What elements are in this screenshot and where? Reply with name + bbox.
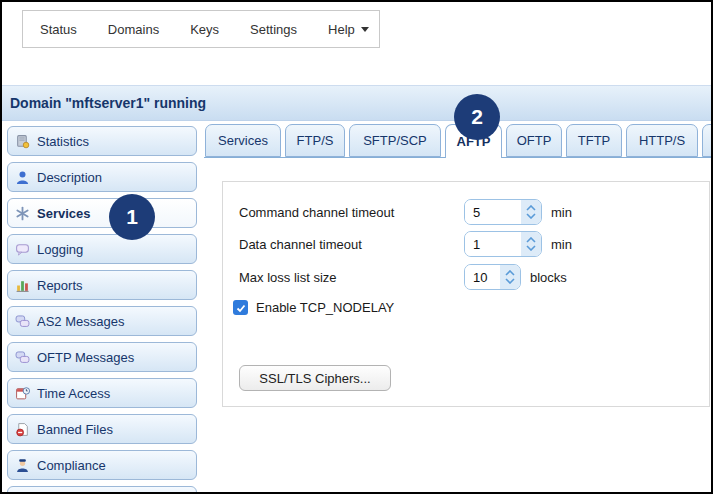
time-access-icon bbox=[15, 386, 30, 401]
tab-label: HTTP/S bbox=[639, 133, 685, 148]
command-timeout-label: Command channel timeout bbox=[239, 205, 464, 220]
chevron-down-icon[interactable] bbox=[526, 213, 536, 219]
annotation-step-1-badge: 1 bbox=[109, 194, 155, 240]
tab-label: FTP/S bbox=[297, 133, 334, 148]
ssl-tls-ciphers-button[interactable]: SSL/TLS Ciphers... bbox=[239, 365, 391, 391]
tab-tftp[interactable]: TFTP bbox=[566, 124, 622, 157]
menu-item-domains[interactable]: Domains bbox=[108, 22, 159, 37]
compliance-icon bbox=[15, 458, 30, 473]
tab-label: OFTP bbox=[517, 133, 552, 148]
sidebar-item-label: AS2 Messages bbox=[37, 314, 124, 329]
chevron-down-icon[interactable] bbox=[505, 278, 515, 284]
sidebar-item-label: Reports bbox=[37, 278, 83, 293]
chevron-up-icon[interactable] bbox=[526, 205, 536, 211]
services-icon bbox=[15, 206, 30, 221]
tab-ftps[interactable]: FTP/S bbox=[285, 124, 345, 157]
sidebar-item-label: Banned Files bbox=[37, 422, 113, 437]
spinner-buttons[interactable] bbox=[521, 232, 541, 256]
tab-label: Services bbox=[218, 133, 268, 148]
data-timeout-unit: min bbox=[551, 237, 572, 252]
form-row-max-loss: Max loss list size blocks bbox=[239, 264, 567, 290]
aftp-settings-fieldset: Command channel timeout min Data channel… bbox=[222, 181, 710, 407]
tab-services[interactable]: Services bbox=[205, 124, 281, 157]
sidebar-item-banned-files[interactable]: Banned Files bbox=[7, 414, 197, 444]
check-icon bbox=[236, 303, 246, 313]
messages-icon bbox=[15, 350, 30, 365]
app-window: Status Domains Keys Settings Help Domain… bbox=[0, 0, 713, 494]
data-timeout-spinner bbox=[464, 231, 542, 257]
sidebar-item-time-access[interactable]: Time Access bbox=[7, 378, 197, 408]
max-loss-spinner bbox=[464, 264, 521, 290]
spinner-buttons[interactable] bbox=[521, 200, 541, 224]
banned-files-icon bbox=[15, 422, 30, 437]
tab-oftp[interactable]: OFTP bbox=[506, 124, 562, 157]
sidebar-item-label: Statistics bbox=[37, 134, 89, 149]
sidebar-item-oftp-messages[interactable]: OFTP Messages bbox=[7, 342, 197, 372]
sidebar-item-services[interactable]: Services bbox=[7, 198, 197, 228]
aftp-settings-panel: Command channel timeout min Data channel… bbox=[204, 157, 711, 492]
description-icon bbox=[15, 170, 30, 185]
data-timeout-label: Data channel timeout bbox=[239, 237, 464, 252]
reports-icon bbox=[15, 278, 30, 293]
sidebar-item-label: Services bbox=[37, 206, 91, 221]
domain-status-bar: Domain "mftserver1" running bbox=[2, 85, 711, 121]
chevron-up-icon[interactable] bbox=[505, 270, 515, 276]
menubar: Status Domains Keys Settings Help bbox=[22, 10, 380, 48]
sidebar: Statistics Description Services Logging … bbox=[7, 126, 197, 494]
sidebar-item-description[interactable]: Description bbox=[7, 162, 197, 192]
caret-down-icon bbox=[361, 27, 369, 32]
sidebar-item-statistics[interactable]: Statistics bbox=[7, 126, 197, 156]
sidebar-item-label: Description bbox=[37, 170, 102, 185]
logging-icon bbox=[15, 242, 30, 257]
form-row-command-timeout: Command channel timeout min bbox=[239, 199, 572, 225]
chevron-down-icon[interactable] bbox=[526, 245, 536, 251]
statistics-icon bbox=[15, 134, 30, 149]
data-timeout-input[interactable] bbox=[465, 232, 521, 256]
command-timeout-unit: min bbox=[551, 205, 572, 220]
sidebar-item-label: Compliance bbox=[37, 458, 106, 473]
sidebar-item-logging[interactable]: Logging bbox=[7, 234, 197, 264]
command-timeout-input[interactable] bbox=[465, 200, 521, 224]
sidebar-item-label: Logging bbox=[37, 242, 83, 257]
tab-https[interactable]: HTTP/S bbox=[626, 124, 698, 157]
messages-icon bbox=[15, 314, 30, 329]
tcp-nodelay-row: Enable TCP_NODELAY bbox=[233, 300, 394, 315]
menu-item-keys[interactable]: Keys bbox=[190, 22, 219, 37]
max-loss-input[interactable] bbox=[465, 265, 500, 289]
tab-sftp-scp[interactable]: SFTP/SCP bbox=[349, 124, 441, 157]
chevron-up-icon[interactable] bbox=[526, 237, 536, 243]
tab-label: TFTP bbox=[578, 133, 611, 148]
domain-status-text: Domain "mftserver1" running bbox=[10, 95, 206, 111]
sidebar-item-partial[interactable] bbox=[7, 486, 197, 494]
max-loss-unit: blocks bbox=[530, 270, 567, 285]
sidebar-item-as2-messages[interactable]: AS2 Messages bbox=[7, 306, 197, 336]
sidebar-item-label: Time Access bbox=[37, 386, 110, 401]
annotation-step-2-badge: 2 bbox=[454, 94, 500, 140]
menu-item-settings[interactable]: Settings bbox=[250, 22, 297, 37]
tab-partial[interactable] bbox=[702, 124, 713, 157]
menu-item-help-label: Help bbox=[328, 22, 355, 37]
sidebar-item-reports[interactable]: Reports bbox=[7, 270, 197, 300]
spinner-buttons[interactable] bbox=[500, 265, 520, 289]
tcp-nodelay-checkbox[interactable] bbox=[233, 300, 248, 315]
tab-label: SFTP/SCP bbox=[363, 133, 427, 148]
form-row-data-timeout: Data channel timeout min bbox=[239, 231, 572, 257]
tcp-nodelay-label: Enable TCP_NODELAY bbox=[256, 300, 394, 315]
menu-item-help[interactable]: Help bbox=[328, 22, 369, 37]
command-timeout-spinner bbox=[464, 199, 542, 225]
sidebar-item-compliance[interactable]: Compliance bbox=[7, 450, 197, 480]
menu-item-status[interactable]: Status bbox=[40, 22, 77, 37]
sidebar-item-label: OFTP Messages bbox=[37, 350, 134, 365]
max-loss-label: Max loss list size bbox=[239, 270, 464, 285]
